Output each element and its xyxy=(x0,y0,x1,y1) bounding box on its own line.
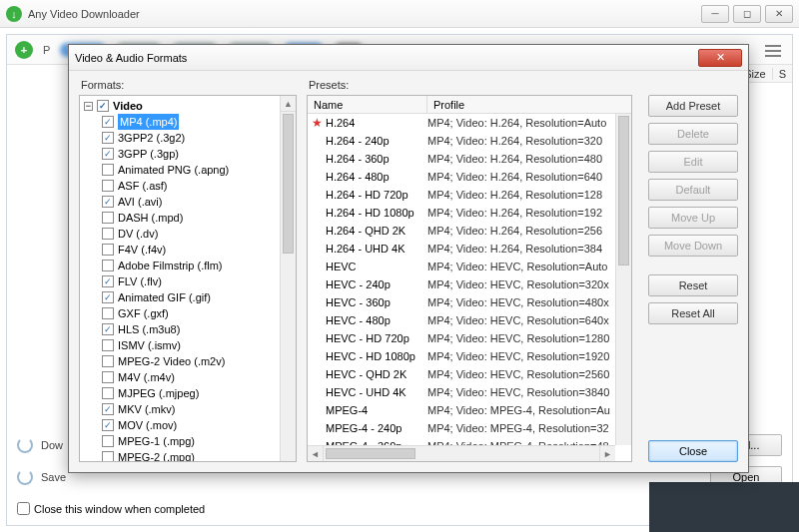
refresh-icon[interactable] xyxy=(17,469,33,485)
preset-row[interactable]: HEVC - HD 720pMP4; Video: HEVC, Resoluti… xyxy=(308,329,615,347)
format-item[interactable]: MKV (.mkv) xyxy=(84,401,294,417)
format-item[interactable]: AVI (.avi) xyxy=(84,194,294,210)
format-item[interactable]: 3GPP (.3gp) xyxy=(84,146,294,162)
preset-name: HEVC - HD 1080p xyxy=(326,350,427,362)
format-item[interactable]: M4V (.m4v) xyxy=(84,369,294,385)
format-item[interactable]: DASH (.mpd) xyxy=(84,210,294,226)
preset-row[interactable]: HEVCMP4; Video: HEVC, Resolution=Auto xyxy=(308,258,615,275)
format-item[interactable]: HLS (.m3u8) xyxy=(84,321,294,337)
format-item[interactable]: Adobe Filmstrip (.flm) xyxy=(84,258,294,273)
format-checkbox[interactable] xyxy=(102,451,114,462)
close-when-completed-checkbox[interactable] xyxy=(17,502,30,515)
formats-scrollbar[interactable]: ▲ xyxy=(280,96,296,461)
format-checkbox[interactable] xyxy=(102,196,114,208)
presets-vscrollbar[interactable] xyxy=(615,114,631,445)
download-label: Dow xyxy=(41,439,63,451)
video-root-label[interactable]: Video xyxy=(113,98,143,114)
format-item[interactable]: MPEG-1 (.mpg) xyxy=(84,433,294,449)
preset-row[interactable]: H.264 - HD 720pMP4; Video: H.264, Resolu… xyxy=(308,186,615,204)
preset-row[interactable]: H.264 - HD 1080pMP4; Video: H.264, Resol… xyxy=(308,204,615,222)
preset-row[interactable]: H.264 - QHD 2KMP4; Video: H.264, Resolut… xyxy=(308,222,615,240)
maximize-button[interactable]: ◻ xyxy=(733,5,761,23)
format-checkbox[interactable] xyxy=(102,323,114,335)
default-button[interactable]: Default xyxy=(648,179,738,201)
add-preset-button[interactable]: Add Preset xyxy=(648,95,738,117)
format-checkbox[interactable] xyxy=(102,275,114,287)
format-checkbox[interactable] xyxy=(102,355,114,367)
preset-row[interactable]: H.264 - 360pMP4; Video: H.264, Resolutio… xyxy=(308,150,615,168)
format-checkbox[interactable] xyxy=(102,148,114,160)
formats-tree[interactable]: −VideoMP4 (.mp4)3GPP2 (.3g2)3GPP (.3gp)A… xyxy=(79,95,297,462)
format-checkbox[interactable] xyxy=(102,291,114,303)
preset-row[interactable]: H.264 - 240pMP4; Video: H.264, Resolutio… xyxy=(308,132,615,150)
edit-button[interactable]: Edit xyxy=(648,151,738,173)
format-item[interactable]: MPEG-2 Video (.m2v) xyxy=(84,353,294,369)
format-checkbox[interactable] xyxy=(102,260,114,271)
format-checkbox[interactable] xyxy=(102,387,114,399)
format-item[interactable]: MJPEG (.mjpeg) xyxy=(84,385,294,401)
preset-name: H.264 - UHD 4K xyxy=(326,243,427,255)
format-item[interactable]: MPEG-2 (.mpg) xyxy=(84,449,294,462)
format-item[interactable]: FLV (.flv) xyxy=(84,273,294,289)
preset-row[interactable]: MPEG-4MP4; Video: MPEG-4, Resolution=Au xyxy=(308,401,615,419)
format-checkbox[interactable] xyxy=(102,403,114,415)
video-root-checkbox[interactable] xyxy=(97,100,109,112)
move-down-button[interactable]: Move Down xyxy=(648,235,738,257)
preset-col-name[interactable]: Name xyxy=(308,96,427,113)
dialog-title: Video & Audio Formats xyxy=(75,52,187,64)
preset-row[interactable]: H.264 - UHD 4KMP4; Video: H.264, Resolut… xyxy=(308,240,615,258)
preset-row[interactable]: HEVC - UHD 4KMP4; Video: HEVC, Resolutio… xyxy=(308,383,615,401)
preset-row[interactable]: HEVC - 480pMP4; Video: HEVC, Resolution=… xyxy=(308,311,615,329)
refresh-icon[interactable] xyxy=(17,437,33,453)
add-icon[interactable]: + xyxy=(15,41,33,59)
format-item[interactable]: ISMV (.ismv) xyxy=(84,337,294,353)
app-logo-icon: ↓ xyxy=(6,6,22,22)
format-checkbox[interactable] xyxy=(102,180,114,192)
preset-row[interactable]: ★H.264MP4; Video: H.264, Resolution=Auto xyxy=(308,114,615,132)
delete-button[interactable]: Delete xyxy=(648,123,738,145)
format-item[interactable]: 3GPP2 (.3g2) xyxy=(84,130,294,146)
format-checkbox[interactable] xyxy=(102,419,114,431)
minimize-button[interactable]: ─ xyxy=(701,5,729,23)
format-item[interactable]: F4V (.f4v) xyxy=(84,242,294,258)
close-window-button[interactable]: ✕ xyxy=(765,5,793,23)
format-checkbox[interactable] xyxy=(102,371,114,383)
format-checkbox[interactable] xyxy=(102,164,114,176)
format-checkbox[interactable] xyxy=(102,307,114,319)
presets-hscrollbar[interactable]: ◄► xyxy=(308,445,615,461)
format-checkbox[interactable] xyxy=(102,339,114,351)
format-item[interactable]: GXF (.gxf) xyxy=(84,305,294,321)
preset-row[interactable]: HEVC - 240pMP4; Video: HEVC, Resolution=… xyxy=(308,275,615,293)
format-item[interactable]: Animated PNG (.apng) xyxy=(84,162,294,178)
format-checkbox[interactable] xyxy=(102,212,114,224)
format-item[interactable]: ASF (.asf) xyxy=(84,178,294,194)
preset-col-profile[interactable]: Profile xyxy=(427,96,631,113)
preset-row[interactable]: MPEG-4 - 360pMP4; Video: MPEG-4, Resolut… xyxy=(308,437,615,445)
dialog-close-x[interactable]: ✕ xyxy=(698,49,742,67)
preset-row[interactable]: HEVC - HD 1080pMP4; Video: HEVC, Resolut… xyxy=(308,347,615,365)
preset-row[interactable]: HEVC - 360pMP4; Video: HEVC, Resolution=… xyxy=(308,293,615,311)
preset-row[interactable]: MPEG-4 - 240pMP4; Video: MPEG-4, Resolut… xyxy=(308,419,615,437)
format-item[interactable]: Animated GIF (.gif) xyxy=(84,289,294,305)
format-checkbox[interactable] xyxy=(102,132,114,144)
close-button[interactable]: Close xyxy=(648,440,738,462)
presets-list[interactable]: Name Profile ★H.264MP4; Video: H.264, Re… xyxy=(307,95,632,462)
format-checkbox[interactable] xyxy=(102,228,114,240)
format-checkbox[interactable] xyxy=(102,435,114,447)
format-item[interactable]: MP4 (.mp4) xyxy=(84,114,294,130)
format-checkbox[interactable] xyxy=(102,244,114,256)
reset-all-button[interactable]: Reset All xyxy=(648,302,738,324)
preset-name: H.264 - 240p xyxy=(326,135,427,147)
preset-profile: MP4; Video: H.264, Resolution=128 xyxy=(427,189,615,201)
preset-name: H.264 - 480p xyxy=(326,171,427,183)
move-up-button[interactable]: Move Up xyxy=(648,207,738,229)
format-item[interactable]: MOV (.mov) xyxy=(84,417,294,433)
format-item[interactable]: DV (.dv) xyxy=(84,226,294,242)
preset-row[interactable]: HEVC - QHD 2KMP4; Video: HEVC, Resolutio… xyxy=(308,365,615,383)
preset-row[interactable]: H.264 - 480pMP4; Video: H.264, Resolutio… xyxy=(308,168,615,186)
reset-button[interactable]: Reset xyxy=(648,274,738,296)
dialog-titlebar[interactable]: Video & Audio Formats ✕ xyxy=(69,45,748,71)
col-s[interactable]: S xyxy=(772,68,792,80)
hamburger-menu-icon[interactable] xyxy=(761,40,785,62)
format-checkbox[interactable] xyxy=(102,116,114,128)
